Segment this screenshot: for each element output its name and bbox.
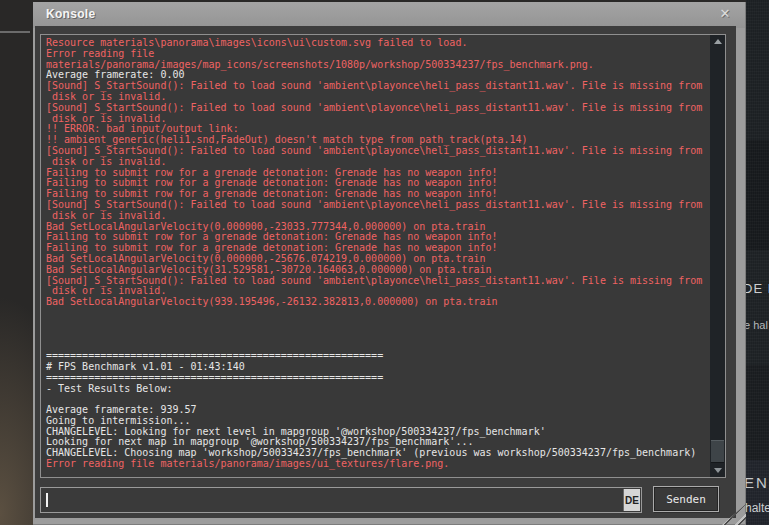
- console-output-panel: Resource materials\panorama\images\icons…: [40, 34, 726, 478]
- console-line: Error reading file: [46, 49, 710, 60]
- console-line: [Sound] S_StartSound(): Failed to load s…: [46, 103, 710, 114]
- console-line: [46, 330, 710, 341]
- console-line: disk or is invalid.: [46, 211, 710, 222]
- console-line: ========================================…: [46, 373, 710, 384]
- scrollbar-thumb[interactable]: [711, 440, 724, 463]
- scroll-down-button[interactable]: [710, 463, 725, 477]
- titlebar[interactable]: Konsole ✕: [33, 2, 746, 26]
- command-input-field[interactable]: DE: [40, 487, 642, 513]
- send-button[interactable]: Senden: [653, 486, 719, 512]
- keyboard-language-badge: DE: [623, 489, 640, 511]
- background-text-fragment: ENS: [744, 474, 769, 491]
- scrollbar[interactable]: [710, 35, 725, 477]
- console-line: Bad SetLocalAngularVelocity(31.529581,-3…: [46, 265, 710, 276]
- background-text-fragment: e hal: [744, 319, 768, 331]
- scroll-up-button[interactable]: [710, 35, 725, 49]
- console-input[interactable]: [41, 488, 641, 512]
- console-line: [46, 308, 710, 319]
- background-highlight-line: [0, 31, 30, 33]
- console-line: Error reading file materials/panorama/im…: [46, 459, 710, 470]
- arrow-up-icon: [714, 39, 722, 44]
- console-line: - Test Results Below:: [46, 384, 710, 395]
- arrow-down-icon: [714, 468, 722, 473]
- console-line: disk or is invalid.: [46, 157, 710, 168]
- background-game-menu: [746, 0, 769, 525]
- console-output: Resource materials\panorama\images\icons…: [41, 35, 710, 477]
- close-icon[interactable]: ✕: [717, 6, 733, 22]
- console-line: [46, 319, 710, 330]
- console-window: Konsole ✕ Resource materials\panorama\im…: [33, 2, 746, 525]
- console-line: Bad SetLocalAngularVelocity(939.195496,-…: [46, 297, 710, 308]
- background-text-fragment: halte: [745, 501, 769, 515]
- background-text-fragment: DE F: [743, 281, 769, 296]
- send-button-label: Senden: [666, 493, 706, 506]
- window-title: Konsole: [46, 7, 95, 21]
- window-body: Resource materials\panorama\images\icons…: [35, 26, 736, 518]
